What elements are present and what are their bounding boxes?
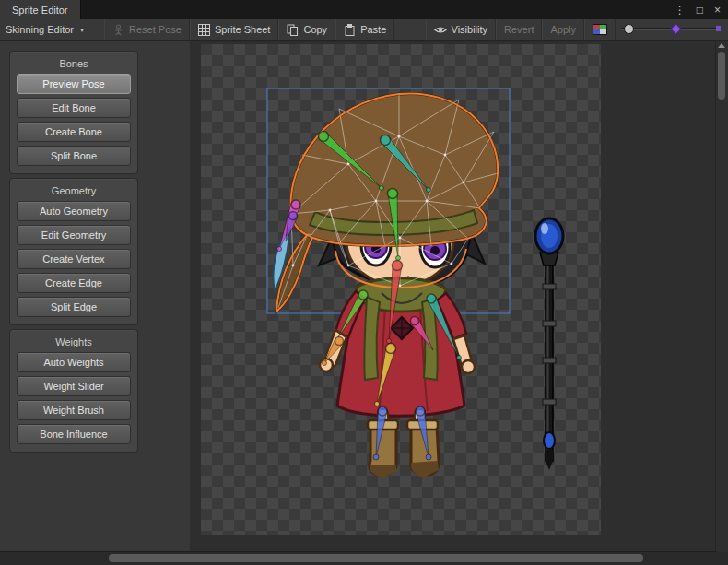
create-edge-button[interactable]: Create Edge: [17, 273, 131, 293]
paste-icon: [344, 24, 356, 36]
maximize-icon[interactable]: □: [697, 5, 703, 16]
sprite-sheet-label: Sprite Sheet: [215, 24, 271, 35]
paste-label: Paste: [360, 24, 386, 35]
auto-geometry-button[interactable]: Auto Geometry: [17, 201, 131, 221]
visibility-label: Visibility: [452, 24, 488, 35]
sprite-editor-window: Sprite Editor ⋮ □ × Skinning Editor ▾ Re…: [0, 0, 728, 565]
sprite-canvas[interactable]: [190, 41, 716, 552]
apply-button[interactable]: Apply: [542, 19, 584, 40]
skinning-editor-dropdown[interactable]: Skinning Editor ▾: [0, 19, 91, 40]
apply-label: Apply: [550, 24, 576, 35]
weight-slider-button[interactable]: Weight Slider: [17, 376, 131, 396]
sprite-sheet-button[interactable]: Sprite Sheet: [190, 19, 279, 40]
vertical-scrollbar[interactable]: [715, 41, 728, 552]
slider-purple-marker[interactable]: [670, 23, 682, 35]
bones-panel-title: Bones: [17, 56, 131, 71]
sprite-sheet-icon: [198, 24, 210, 36]
scroll-up-arrow-icon[interactable]: [718, 43, 725, 48]
visibility-button[interactable]: Visibility: [426, 19, 497, 40]
slider-end-marker: [716, 26, 721, 31]
paste-button[interactable]: Paste: [335, 19, 394, 40]
tab-title: Sprite Editor: [12, 5, 68, 16]
copy-icon: [287, 24, 299, 36]
split-edge-button[interactable]: Split Edge: [17, 297, 131, 317]
geometry-panel-title: Geometry: [17, 183, 131, 198]
horizontal-scrollbar[interactable]: [0, 551, 716, 565]
slider-thumb[interactable]: [624, 24, 634, 34]
tab-bar: Sprite Editor ⋮ □ ×: [0, 0, 728, 19]
split-bone-button[interactable]: Split Bone: [17, 146, 131, 166]
weight-brush-button[interactable]: Weight Brush: [17, 400, 131, 420]
geometry-panel: Geometry Auto Geometry Edit Geometry Cre…: [9, 178, 138, 325]
copy-label: Copy: [303, 24, 327, 35]
preview-pose-button[interactable]: Preview Pose: [17, 74, 131, 94]
weights-panel: Weights Auto Weights Weight Slider Weigh…: [9, 329, 138, 453]
staff-sprite: [535, 218, 563, 470]
auto-weights-button[interactable]: Auto Weights: [17, 352, 131, 372]
kebab-menu-icon[interactable]: ⋮: [675, 5, 686, 16]
weights-panel-title: Weights: [17, 335, 131, 349]
edit-geometry-button[interactable]: Edit Geometry: [17, 225, 131, 245]
create-bone-button[interactable]: Create Bone: [17, 122, 131, 142]
eye-icon: [434, 24, 447, 36]
mode-label: Skinning Editor: [6, 24, 74, 35]
toolbar: Skinning Editor ▾ Reset Pose Sprite Shee…: [0, 19, 728, 41]
create-vertex-button[interactable]: Create Vertex: [17, 249, 131, 269]
bone-influence-button[interactable]: Bone Influence: [17, 424, 131, 444]
close-icon[interactable]: ×: [714, 5, 721, 16]
reset-pose-icon: [112, 24, 124, 36]
toolbar-spacer: [394, 19, 425, 40]
chevron-down-icon: ▾: [80, 26, 84, 34]
overlay-color-button[interactable]: [584, 19, 616, 40]
opacity-slider[interactable]: [621, 23, 719, 36]
tab-sprite-editor[interactable]: Sprite Editor: [0, 0, 81, 19]
copy-button[interactable]: Copy: [278, 19, 335, 40]
scrollbar-corner: [716, 552, 728, 565]
horizontal-scroll-thumb[interactable]: [109, 554, 643, 562]
skinning-view[interactable]: [201, 44, 601, 535]
bones-panel: Bones Preview Pose Edit Bone Create Bone…: [9, 51, 138, 174]
edit-bone-button[interactable]: Edit Bone: [17, 98, 131, 118]
revert-label: Revert: [504, 24, 534, 35]
color-swatch-icon: [593, 24, 607, 35]
vertical-scroll-thumb[interactable]: [718, 52, 725, 100]
revert-button[interactable]: Revert: [496, 19, 542, 40]
reset-pose-button[interactable]: Reset Pose: [104, 19, 190, 40]
window-controls: ⋮ □ ×: [675, 0, 721, 19]
reset-pose-label: Reset Pose: [129, 24, 182, 35]
